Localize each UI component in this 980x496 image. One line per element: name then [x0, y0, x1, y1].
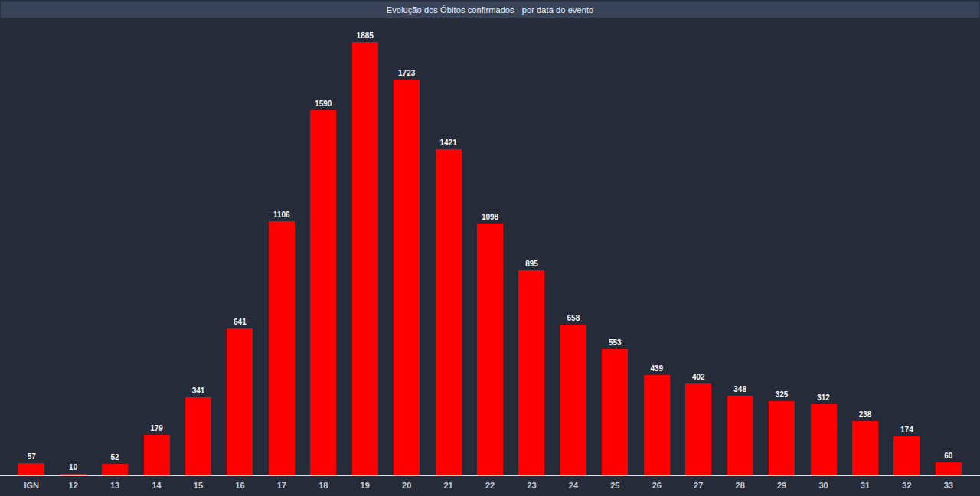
- x-tick-label: 23: [511, 477, 552, 496]
- bar[interactable]: [352, 42, 378, 476]
- bar-value-label: 1106: [273, 210, 290, 219]
- x-tick-label: 21: [427, 477, 469, 496]
- bar[interactable]: [727, 396, 753, 476]
- bar-value-label: 1723: [398, 69, 415, 77]
- bar-value-label: 1590: [315, 100, 332, 108]
- bar[interactable]: [518, 270, 544, 476]
- bar-column: 1421: [427, 139, 469, 476]
- bar-column: 1723: [386, 69, 427, 476]
- bar-value-label: 402: [692, 373, 705, 381]
- x-tick-label: 13: [94, 477, 136, 496]
- bar-chart: 5710521793416411106159018851723142110988…: [0, 18, 980, 496]
- bar-value-label: 1421: [439, 139, 456, 147]
- x-tick-label: 14: [136, 477, 177, 496]
- bar-value-label: 341: [192, 387, 205, 395]
- bar-column: 52: [94, 453, 136, 476]
- x-tick-label: 18: [302, 477, 344, 496]
- bar-value-label: 174: [900, 426, 913, 434]
- bar-value-label: 553: [609, 338, 622, 347]
- bar-column: 1590: [302, 100, 344, 476]
- x-tick-label: 17: [261, 477, 302, 496]
- bar[interactable]: [936, 462, 962, 476]
- bar[interactable]: [436, 149, 462, 476]
- x-tick-label: 15: [178, 477, 219, 496]
- x-tick-label: 26: [636, 477, 678, 496]
- x-tick-label: 25: [594, 477, 635, 496]
- bar-column: 402: [678, 373, 719, 476]
- bar-value-label: 658: [567, 314, 580, 322]
- x-axis-line: [0, 475, 980, 476]
- bar[interactable]: [893, 436, 920, 476]
- bar[interactable]: [852, 421, 878, 476]
- bar-value-label: 1098: [482, 213, 498, 221]
- bar[interactable]: [477, 224, 503, 476]
- x-tick-label: 27: [678, 477, 719, 496]
- x-tick-label: 32: [886, 477, 927, 496]
- bar-value-label: 1885: [357, 31, 374, 40]
- x-tick-label: 19: [345, 477, 386, 496]
- bar-value-label: 641: [234, 318, 247, 326]
- bar[interactable]: [644, 375, 670, 476]
- bar[interactable]: [685, 383, 711, 476]
- bar-column: 1098: [469, 213, 511, 476]
- bar-value-label: 57: [28, 452, 36, 461]
- bar[interactable]: [269, 221, 295, 476]
- x-tick-label: IGN: [11, 477, 52, 496]
- bar-column: 895: [511, 259, 552, 476]
- bar-column: 174: [886, 426, 927, 476]
- bar-column: 325: [761, 390, 802, 476]
- bar-value-label: 325: [776, 390, 789, 399]
- bar-value-label: 348: [733, 385, 746, 393]
- bar-column: 1885: [345, 31, 386, 476]
- chart-title: Evolução dos Óbitos confirmados - por da…: [387, 5, 594, 15]
- bar-column: 60: [928, 452, 969, 476]
- x-tick-label: 12: [52, 477, 93, 496]
- x-tick-label: 24: [553, 477, 594, 496]
- chart-title-bar: Evolução dos Óbitos confirmados - por da…: [0, 0, 980, 18]
- x-tick-label: 31: [844, 477, 886, 496]
- bar-column: 57: [11, 452, 52, 476]
- bar-column: 439: [636, 364, 678, 476]
- bar[interactable]: [560, 325, 586, 476]
- bar[interactable]: [227, 328, 253, 476]
- x-tick-label: 33: [928, 477, 969, 496]
- bar-column: 341: [178, 387, 219, 476]
- bar-column: 312: [802, 393, 844, 476]
- x-tick-label: 20: [386, 477, 427, 496]
- bar-column: 553: [594, 338, 635, 476]
- x-tick-label: 16: [219, 477, 260, 496]
- bar-column: 348: [719, 385, 760, 476]
- bar-value-label: 179: [150, 424, 163, 432]
- bar-value-label: 60: [944, 452, 952, 460]
- bar-value-label: 439: [650, 364, 663, 373]
- bar-value-label: 10: [69, 463, 77, 472]
- bar[interactable]: [102, 464, 128, 476]
- bar[interactable]: [394, 80, 420, 476]
- bar[interactable]: [769, 401, 795, 476]
- bar[interactable]: [18, 463, 44, 476]
- bar[interactable]: [602, 349, 628, 476]
- x-tick-label: 28: [719, 477, 760, 496]
- bar-value-label: 52: [111, 453, 119, 462]
- bar-column: 1106: [261, 210, 302, 476]
- bar-value-label: 895: [525, 259, 538, 268]
- bar-column: 658: [553, 314, 594, 476]
- x-tick-label: 30: [802, 477, 844, 496]
- x-tick-label: 22: [469, 477, 511, 496]
- bar[interactable]: [811, 404, 837, 476]
- plot-area: 5710521793416411106159018851723142110988…: [0, 18, 980, 476]
- bar-column: 238: [844, 410, 886, 476]
- bar-column: 179: [136, 424, 177, 476]
- x-axis-labels: IGN1213141516171819202122232425262728293…: [0, 477, 980, 496]
- bar-column: 641: [219, 318, 260, 476]
- bar-value-label: 238: [859, 410, 872, 419]
- x-tick-label: 29: [761, 477, 802, 496]
- bar[interactable]: [144, 435, 170, 476]
- bar[interactable]: [185, 397, 211, 476]
- bar-column: 10: [52, 463, 93, 476]
- bar[interactable]: [310, 110, 336, 476]
- bar-value-label: 312: [817, 393, 830, 402]
